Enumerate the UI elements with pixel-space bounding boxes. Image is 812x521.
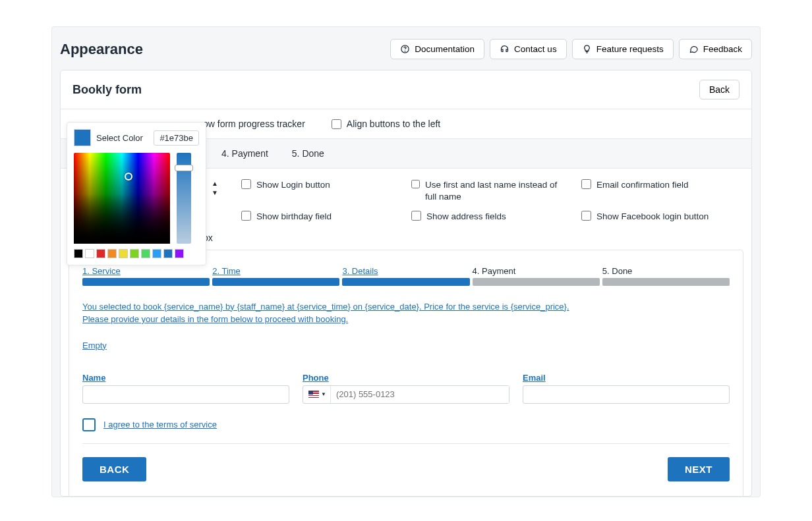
palette-swatch[interactable] (163, 249, 173, 258)
contact-label: Contact us (514, 44, 557, 54)
updown-icon[interactable]: ▲▼ (212, 179, 218, 197)
feedback-button[interactable]: Feedback (679, 39, 752, 59)
name-input[interactable] (82, 385, 289, 404)
help-circle-icon (400, 44, 410, 54)
select-color-label: Select Color (96, 133, 143, 143)
progress-step-bar (212, 278, 339, 286)
feature-requests-button[interactable]: Feature requests (572, 39, 674, 59)
palette-swatch[interactable] (85, 249, 94, 258)
email-confirm-option[interactable]: Email confirmation field (581, 179, 741, 203)
feedback-label: Feedback (703, 44, 742, 54)
documentation-label: Documentation (415, 44, 475, 54)
show-progress-tracker-partial: ow form progress tracker (203, 119, 305, 129)
progress-step-bar (602, 278, 730, 286)
color-saturation-area[interactable] (74, 153, 170, 244)
address-option[interactable]: Show address fields (411, 211, 571, 223)
chat-icon (689, 44, 699, 54)
country-flag-selector[interactable]: ▼ (303, 386, 331, 403)
email-confirm-checkbox[interactable] (581, 179, 591, 189)
current-color-swatch[interactable] (74, 129, 91, 146)
flag-us-icon (308, 391, 319, 398)
feature-label: Feature requests (596, 44, 664, 54)
birthday-checkbox[interactable] (241, 211, 251, 221)
documentation-button[interactable]: Documentation (390, 39, 484, 59)
full-name-option[interactable]: Use first and last name instead of full … (411, 179, 571, 203)
bulb-icon (582, 44, 592, 54)
birthday-option[interactable]: Show birthday field (241, 211, 401, 223)
chevron-down-icon: ▼ (321, 391, 326, 397)
progress-step-label[interactable]: 2. Time (212, 266, 339, 276)
progress-step-bar (342, 278, 469, 286)
page-title: Appearance (60, 41, 143, 58)
back-top-button[interactable]: Back (699, 80, 740, 99)
progress-tracker: 1. Service2. Time3. Details4. Payment5. … (82, 266, 730, 286)
facebook-checkbox[interactable] (581, 211, 591, 221)
palette-swatch[interactable] (107, 249, 117, 258)
progress-step-label[interactable]: 3. Details (342, 266, 469, 276)
empty-placeholder[interactable]: Empty (82, 341, 107, 350)
color-picker-popover: Select Color #1e73be (67, 122, 206, 265)
tab-payment[interactable]: 4. Payment (210, 139, 280, 168)
headset-icon (500, 44, 509, 54)
summary-text[interactable]: You selected to book {service_name} by {… (82, 300, 730, 326)
progress-step-label: 5. Done (602, 266, 730, 276)
preview-form: 1. Service2. Time3. Details4. Payment5. … (69, 250, 743, 496)
align-buttons-option[interactable]: Align buttons to the left (332, 119, 440, 129)
name-label[interactable]: Name (82, 373, 289, 383)
next-button[interactable]: NEXT (668, 457, 730, 481)
palette-swatch[interactable] (141, 249, 150, 258)
contact-button[interactable]: Contact us (490, 39, 567, 59)
progress-step-bar (82, 278, 210, 286)
full-name-checkbox[interactable] (411, 179, 420, 189)
palette-swatch[interactable] (74, 249, 83, 258)
color-palette (74, 249, 199, 258)
show-login-option[interactable]: Show Login button (241, 179, 401, 203)
color-cursor[interactable] (125, 173, 132, 180)
phone-label[interactable]: Phone (303, 373, 509, 383)
palette-swatch[interactable] (152, 249, 161, 258)
progress-step-bar (473, 278, 600, 286)
address-checkbox[interactable] (411, 211, 421, 221)
back-button[interactable]: BACK (82, 457, 146, 481)
slider-handle[interactable] (175, 165, 193, 171)
show-login-checkbox[interactable] (241, 179, 251, 189)
align-buttons-checkbox[interactable] (332, 119, 341, 129)
color-lightness-slider[interactable] (177, 153, 191, 244)
email-input[interactable] (523, 385, 730, 404)
card-title: Bookly form (72, 83, 142, 97)
facebook-option[interactable]: Show Facebook login button (581, 211, 741, 223)
progress-step-label: 4. Payment (473, 266, 600, 276)
palette-swatch[interactable] (130, 249, 139, 258)
header-buttons: Documentation Contact us Feature request… (390, 39, 752, 59)
terms-label[interactable]: I agree to the terms of service (103, 420, 217, 429)
align-buttons-label: Align buttons to the left (347, 119, 440, 129)
terms-checkbox[interactable] (82, 418, 96, 431)
tab-done[interactable]: 5. Done (280, 139, 336, 168)
color-hex-input[interactable]: #1e73be (154, 130, 199, 146)
svg-point-1 (405, 51, 405, 51)
email-label[interactable]: Email (523, 373, 730, 383)
palette-swatch[interactable] (175, 249, 184, 258)
palette-swatch[interactable] (96, 249, 105, 258)
phone-input[interactable] (331, 386, 509, 403)
phone-input-wrapper[interactable]: ▼ (303, 385, 509, 404)
progress-step-label[interactable]: 1. Service (82, 266, 210, 276)
palette-swatch[interactable] (119, 249, 128, 258)
